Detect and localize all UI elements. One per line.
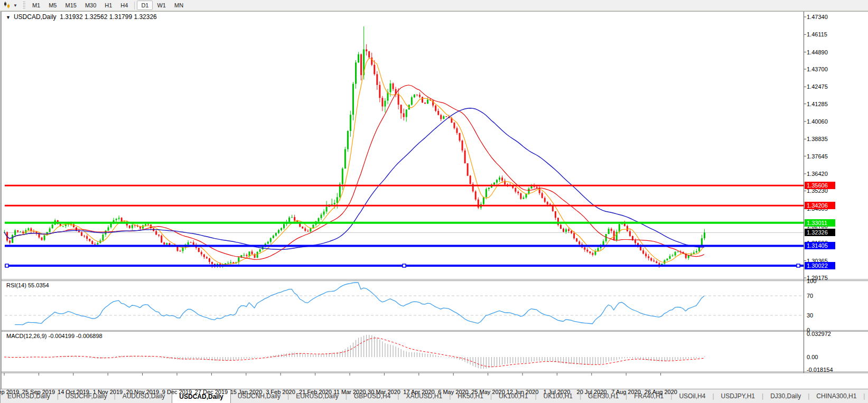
toolbar-grip[interactable] <box>22 2 25 10</box>
timeframe-button-h4[interactable]: H4 <box>116 1 132 10</box>
chart-tab-usoil-h1[interactable]: USOil,H1 <box>865 389 868 403</box>
macd-axis-label: 0.032972 <box>807 331 831 337</box>
date-label: 11 Mar 2020 <box>334 389 366 395</box>
price-axis-tick: 1.38835 <box>807 136 828 142</box>
date-label: 25 May 2020 <box>471 389 505 395</box>
timeframe-button-d1[interactable]: D1 <box>137 1 153 10</box>
rsi-line <box>15 283 704 325</box>
chart-tab-china300-h1[interactable]: CHINA300,H1 <box>809 389 863 403</box>
chart-symbol-icon[interactable] <box>2 1 12 10</box>
date-label: 9 Dec 2019 <box>162 389 192 395</box>
macd-axis-label: 0.00 <box>807 354 818 360</box>
price-axis-tick: 1.41285 <box>807 101 828 107</box>
chart-tab-usdjpy-h1[interactable]: USDJPY,H1 <box>714 389 762 403</box>
date-label: 20 Nov 2019 <box>126 389 159 395</box>
price-axis-tick: 1.46115 <box>807 31 827 38</box>
date-label: 15 Jan 2020 <box>230 389 263 395</box>
hline-handle[interactable] <box>403 264 406 267</box>
price-badge-1.33011: 1.33011 <box>805 219 835 227</box>
macd-label: MACD(12,26,9) <box>6 333 46 339</box>
date-label: 14 Oct 2019 <box>58 389 89 395</box>
price-axis-tick: 1.37645 <box>807 153 828 160</box>
rsi-layer <box>5 283 804 325</box>
timeframe-button-m5[interactable]: M5 <box>44 1 61 10</box>
chart-symbol-label: USDCAD,Daily <box>14 13 57 21</box>
price-axis-tick: 1.43700 <box>807 66 828 72</box>
rsi-axis-label: 100 <box>807 278 816 284</box>
date-label: 27 Dec 2019 <box>195 389 228 395</box>
rsi-label: RSI(14) <box>6 282 26 288</box>
date-label: 6 Sep 2019 <box>0 389 19 395</box>
chart-ohlc-values: 1.31932 1.32562 1.31799 1.32326 <box>60 13 157 21</box>
date-label: 1 Jul 2020 <box>544 389 571 395</box>
ma-line-22 <box>4 85 704 259</box>
rsi-axis-label: 70 <box>807 293 813 299</box>
chart-ohlc-title: ▼USDCAD,Daily 1.31932 1.32562 1.31799 1.… <box>6 13 157 21</box>
timeframe-toolbar: ▼ M1M5M15M30H1H4D1W1MN <box>0 0 868 11</box>
symbol-dropdown-caret[interactable]: ▼ <box>6 15 11 20</box>
chart-window: ▼USDCAD,Daily 1.31932 1.32562 1.31799 1.… <box>0 11 868 389</box>
timeframe-button-mn[interactable]: MN <box>170 1 188 10</box>
date-label: 12 Jun 2020 <box>507 389 539 395</box>
date-label: 1 Nov 2019 <box>93 389 123 395</box>
date-label: 7 Aug 2020 <box>611 389 641 395</box>
date-label: 3 Feb 2020 <box>266 389 295 395</box>
price-axis-tick: 1.36420 <box>807 171 828 177</box>
rsi-panel-title: RSI(14) 55.0354 <box>6 282 49 288</box>
price-axis-tick: 1.40060 <box>807 118 828 125</box>
date-label: 25 Sep 2019 <box>22 389 55 395</box>
timeframe-button-m15[interactable]: M15 <box>61 1 80 10</box>
chart-tab-dj30-daily[interactable]: DJ30,Daily <box>763 389 808 403</box>
panel-separators <box>2 12 868 373</box>
price-axis-tick: 1.42475 <box>807 83 828 90</box>
current-price-badge: 1.32326 <box>805 229 835 236</box>
macd-axis-label: -0.018154 <box>807 367 833 373</box>
horizontal-lines-layer <box>5 185 804 267</box>
date-label: 30 Mar 2020 <box>368 389 400 395</box>
date-label: 20 Jul 2020 <box>577 389 607 395</box>
moving-averages-layer <box>4 59 704 265</box>
rsi-value: 55.0354 <box>28 282 49 288</box>
toolbar-separator <box>134 2 135 10</box>
chart-tab-usoil-h4[interactable]: USOil,H4 <box>672 389 712 403</box>
price-badge-1.35606: 1.35606 <box>805 182 835 189</box>
macd-layer <box>4 335 705 369</box>
hline-handle[interactable] <box>797 264 800 267</box>
macd-panel-title: MACD(12,26,9) -0.004199 -0.006898 <box>6 333 102 339</box>
chart-canvas[interactable] <box>2 11 868 389</box>
timeframe-button-m30[interactable]: M30 <box>81 1 100 10</box>
date-label: 21 Feb 2020 <box>299 389 332 395</box>
price-axis-tick: 1.44890 <box>807 49 828 55</box>
timeframe-button-h1[interactable]: H1 <box>100 1 116 10</box>
date-label: 6 May 2020 <box>438 389 468 395</box>
price-badge-1.30022: 1.30022 <box>805 262 835 269</box>
timeframe-button-m1[interactable]: M1 <box>28 1 44 10</box>
rsi-axis-label: 30 <box>807 312 813 318</box>
timeframe-buttons: M1M5M15M30H1H4D1W1MN <box>28 1 188 10</box>
mt4-terminal: ▼ M1M5M15M30H1H4D1W1MN ▼USDCAD,Daily 1.3… <box>0 0 868 403</box>
timeframe-button-w1[interactable]: W1 <box>153 1 170 10</box>
date-label: 17 Apr 2020 <box>403 389 434 395</box>
date-label: 26 Aug 2020 <box>645 389 677 395</box>
hline-handle[interactable] <box>5 264 8 267</box>
ma-line-6 <box>4 59 704 265</box>
chart-icon-dropdown-caret[interactable]: ▼ <box>13 3 17 8</box>
price-badge-1.31405: 1.31405 <box>805 242 835 249</box>
axes-layer <box>4 12 806 376</box>
price-badge-1.34206: 1.34206 <box>805 202 835 209</box>
price-axis-tick: 1.47340 <box>807 14 828 20</box>
macd-signal-line <box>4 338 704 367</box>
macd-values: -0.004199 -0.006898 <box>48 333 102 339</box>
